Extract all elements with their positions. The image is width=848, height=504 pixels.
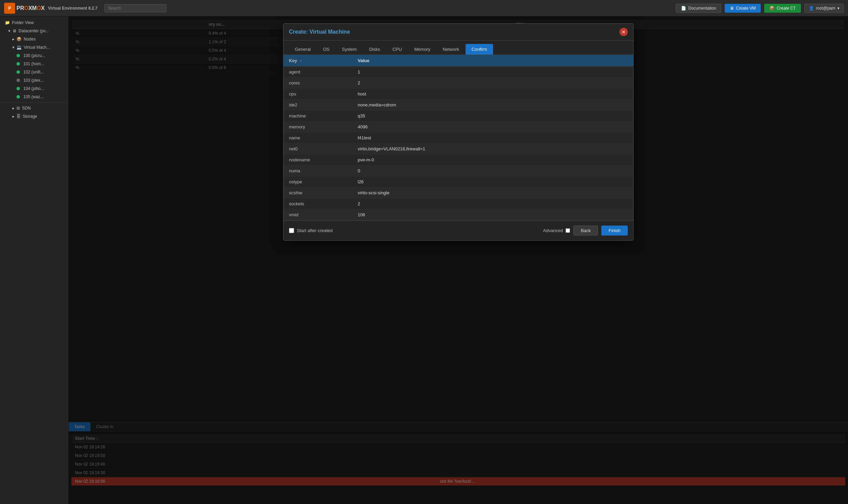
sidebar: 📁 Folder View ▾ 🖥 Datacenter (pv... ▸ 📦 … (0, 16, 69, 504)
sidebar-item-vm-105[interactable]: 105 (waz... (0, 93, 68, 101)
table-row-key: cores (283, 78, 352, 89)
sidebar-item-sdn[interactable]: ▸ ⊞ SDN (0, 104, 68, 112)
table-row-value: 2 (352, 78, 633, 89)
modal-body: Key ↑ Value agent1cores2cpuhostide2none,… (283, 55, 633, 220)
table-row: numa0 (283, 165, 633, 176)
content-area: ? Help ory us... CPU usag %0.4% of 4%1.1… (69, 16, 848, 504)
table-row-value: virtio-scsi-single (352, 187, 633, 198)
tab-system[interactable]: System (336, 44, 362, 55)
tab-general[interactable]: General (289, 44, 316, 55)
sidebar-folder-view[interactable]: 📁 Folder View (0, 19, 68, 27)
sidebar-item-virtual-machines[interactable]: ▾ 💻 Virtual Mach... (0, 43, 68, 51)
table-row: memory4096 (283, 122, 633, 133)
status-dot-104 (16, 87, 20, 90)
sidebar-item-datacenter[interactable]: ▾ 🖥 Datacenter (pv... (0, 27, 68, 35)
table-row-value: none,media=cdrom (352, 100, 633, 111)
table-row-key: name (283, 133, 352, 144)
expand-icon-sdn: ▸ (12, 106, 14, 111)
table-row-value: q35 (352, 111, 633, 122)
tab-disks[interactable]: Disks (363, 44, 386, 55)
sidebar-item-nodes[interactable]: ▸ 📦 Nodes (0, 35, 68, 43)
table-row-value: host (352, 89, 633, 100)
table-row: cores2 (283, 78, 633, 89)
table-row-key: nodename (283, 154, 352, 165)
sidebar-item-vm-102[interactable]: 102 (unifi... (0, 68, 68, 76)
back-button[interactable]: Back (573, 226, 598, 236)
modal-close-button[interactable]: ✕ (620, 28, 628, 36)
create-ct-button[interactable]: 📦 Create CT (764, 4, 801, 13)
status-dot-103 (16, 79, 20, 82)
sidebar-item-storage[interactable]: ▸ 🗄 Storage (0, 112, 68, 121)
sort-icon: ↑ (300, 59, 302, 63)
modal-tabs: General OS System Disks CPU Memory Netwo… (283, 41, 633, 55)
table-row-key: memory (283, 122, 352, 133)
documentation-icon: 📄 (681, 6, 686, 11)
modal-overlay: Create: Virtual Machine ✕ General OS Sys… (69, 16, 848, 504)
logo: P PROXMOX Virtual Environment 8.2.7 (4, 3, 98, 14)
table-row: agent1 (283, 67, 633, 78)
nodes-icon: 📦 (16, 37, 22, 42)
start-after-created-checkbox[interactable] (289, 228, 294, 233)
user-icon: 👤 (809, 6, 814, 11)
sdn-icon: ⊞ (16, 106, 20, 111)
tab-memory[interactable]: Memory (409, 44, 436, 55)
sidebar-item-vm-101[interactable]: 101 (hom... (0, 60, 68, 68)
table-row: cpuhost (283, 89, 633, 100)
table-row: vmid106 (283, 209, 633, 220)
search-input[interactable] (104, 4, 166, 12)
tab-cpu[interactable]: CPU (387, 44, 408, 55)
documentation-button[interactable]: 📄 Documentation (676, 4, 721, 13)
datacenter-icon: 🖥 (12, 28, 16, 33)
advanced-option: Advanced (543, 228, 570, 233)
topbar: P PROXMOX Virtual Environment 8.2.7 📄 Do… (0, 0, 848, 16)
sidebar-item-vm-104[interactable]: 104 (piho... (0, 84, 68, 93)
finish-button[interactable]: Finish (601, 226, 628, 236)
table-row-value: l26 (352, 176, 633, 187)
key-column-header: Key ↑ (283, 55, 352, 67)
folder-icon: 📁 (5, 20, 10, 25)
table-row-key: scsihw (283, 187, 352, 198)
sidebar-section-folder: 📁 Folder View ▾ 🖥 Datacenter (pv... ▸ 📦 … (0, 16, 68, 123)
table-row: machineq35 (283, 111, 633, 122)
create-ct-icon: 📦 (769, 6, 774, 11)
table-row-value: 2 (352, 198, 633, 209)
modal-title: Create: Virtual Machine (289, 29, 620, 35)
modal-footer: Start after created Advanced Back Finish (283, 220, 633, 240)
value-column-header: Value (352, 55, 633, 67)
table-row-key: net0 (283, 144, 352, 154)
storage-icon: 🗄 (16, 114, 21, 119)
tab-os[interactable]: OS (317, 44, 335, 55)
proxmox-logo-icon: P (4, 3, 15, 14)
table-row-key: ide2 (283, 100, 352, 111)
status-dot-101 (16, 62, 20, 66)
status-dot-102 (16, 70, 20, 74)
table-row-key: ostype (283, 176, 352, 187)
sidebar-item-vm-100[interactable]: 100 (picru... (0, 51, 68, 60)
product-version: Virtual Environment 8.2.7 (48, 6, 98, 11)
table-row-value: 4096 (352, 122, 633, 133)
config-table: Key ↑ Value agent1cores2cpuhostide2none,… (283, 55, 633, 220)
start-after-created-label[interactable]: Start after created (289, 228, 333, 233)
main-layout: 📁 Folder View ▾ 🖥 Datacenter (pv... ▸ 📦 … (0, 16, 848, 504)
status-dot-100 (16, 54, 20, 57)
expand-icon-vm: ▾ (12, 45, 14, 50)
table-row: scsihwvirtio-scsi-single (283, 187, 633, 198)
tab-network[interactable]: Network (437, 44, 465, 55)
table-row-value: virtio,bridge=VLAN0218,firewall=1 (352, 144, 633, 154)
advanced-checkbox[interactable] (566, 228, 570, 233)
table-row-key: vmid (283, 209, 352, 220)
table-row: net0virtio,bridge=VLAN0218,firewall=1 (283, 144, 633, 154)
tab-confirm[interactable]: Confirm (466, 44, 493, 55)
table-row-key: sockets (283, 198, 352, 209)
sidebar-item-vm-103[interactable]: 103 (plex... (0, 76, 68, 84)
table-row-value: 0 (352, 165, 633, 176)
table-row-key: numa (283, 165, 352, 176)
table-row: sockets2 (283, 198, 633, 209)
user-menu[interactable]: 👤 root@pam ▾ (804, 4, 844, 13)
create-vm-button[interactable]: 🖥 Create VM (725, 4, 761, 13)
table-row-key: cpu (283, 89, 352, 100)
chevron-down-icon: ▾ (837, 6, 839, 11)
table-row-value: f41test (352, 133, 633, 144)
status-dot-105 (16, 95, 20, 99)
expand-icon-storage: ▸ (12, 114, 14, 119)
